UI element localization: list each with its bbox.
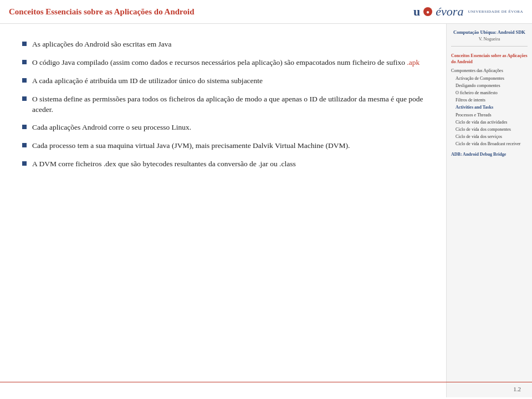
bullet-list: As aplicações do Android são escritas em…: [22, 39, 424, 170]
sidebar-item[interactable]: O ficheiro de manifesto: [451, 89, 528, 96]
footer-line: [0, 382, 532, 382]
logo-u: u: [413, 4, 420, 19]
bullet-icon: [22, 161, 27, 166]
bullet-item: A cada aplicação é atribuída um ID de ut…: [22, 76, 424, 86]
sidebar-item[interactable]: Desligando componentes: [451, 82, 528, 89]
sidebar-item[interactable]: Ciclo de vida dos Broadcast receiver: [451, 140, 528, 147]
sidebar-item[interactable]: Activities and Tasks: [451, 104, 528, 111]
sidebar-item[interactable]: Conceitos Essenciais sobre as Aplicações…: [451, 52, 528, 65]
bullet-text: A DVM corre ficheiros .dex que são bytec…: [32, 159, 424, 170]
logo-university-text: UNIVERSIDADE DE ÉVORA: [468, 9, 523, 14]
bullet-icon: [22, 42, 27, 46]
header-title: Conceitos Essenciais sobre as Aplicações…: [9, 7, 194, 17]
bullet-icon: [22, 143, 27, 147]
sidebar-item[interactable]: Filtros de intents: [451, 96, 528, 104]
page-number: 1.2: [513, 386, 521, 392]
bullet-icon: [22, 125, 27, 129]
bullet-item: Cada aplicações Android corre o seu proc…: [22, 122, 424, 133]
bullet-text: Cada aplicações Android corre o seu proc…: [32, 122, 424, 133]
logo-shield-icon: ●: [423, 7, 433, 17]
bullet-text: Cada processo tem a sua maquina virtual …: [32, 141, 424, 151]
bullet-item: A DVM corre ficheiros .dex que são bytec…: [22, 159, 424, 170]
sidebar-items: Conceitos Essenciais sobre as Aplicações…: [451, 52, 528, 147]
main-container: As aplicações do Android são escritas em…: [0, 24, 532, 397]
logo-evora: u ● évora: [413, 4, 463, 19]
sidebar-item[interactable]: Processos e Threads: [451, 111, 528, 119]
sidebar-footer: ADB: Android Debug Bridge: [451, 152, 528, 157]
sidebar-item[interactable]: Ciclo de vida das actividades: [451, 119, 528, 126]
header: Conceitos Essenciais sobre as Aplicações…: [0, 0, 532, 24]
sidebar-course-title: Computação Ubíqua: Android SDK: [451, 29, 528, 35]
bullet-item: O sistema define as permissões para todo…: [22, 94, 424, 115]
bullet-text: A cada aplicação é atribuída um ID de ut…: [32, 76, 424, 86]
bullet-item: As aplicações do Android são escritas em…: [22, 39, 424, 50]
bullet-icon: [22, 96, 27, 101]
bullet-text: O sistema define as permissões para todo…: [32, 94, 424, 115]
bullet-icon: [22, 60, 27, 64]
logo-area: u ● évora UNIVERSIDADE DE ÉVORA: [413, 4, 523, 19]
svg-text:●: ●: [426, 9, 429, 15]
sidebar-author: V. Nogueira: [451, 37, 528, 42]
sidebar-top: Computação Ubíqua: Android SDK V. Noguei…: [451, 29, 528, 47]
bullet-item: Cada processo tem a sua maquina virtual …: [22, 141, 424, 151]
bullet-item: O código Java compilado (assim como dado…: [22, 58, 424, 68]
bullet-text: O código Java compilado (assim como dado…: [32, 58, 424, 68]
bullet-text: As aplicações do Android são escritas em…: [32, 39, 424, 50]
sidebar-item[interactable]: Componentes das Aplicações: [451, 67, 528, 74]
logo-evora-text: évora: [436, 4, 463, 19]
bullet-icon: [22, 78, 27, 83]
sidebar-item[interactable]: Activação de Componentes: [451, 75, 528, 82]
sidebar: Computação Ubíqua: Android SDK V. Noguei…: [446, 24, 532, 397]
sidebar-item[interactable]: Ciclo de vida dos serviços: [451, 133, 528, 140]
sidebar-item[interactable]: Ciclo de vida dos componentes: [451, 126, 528, 133]
content-area: As aplicações do Android são escritas em…: [0, 24, 446, 397]
